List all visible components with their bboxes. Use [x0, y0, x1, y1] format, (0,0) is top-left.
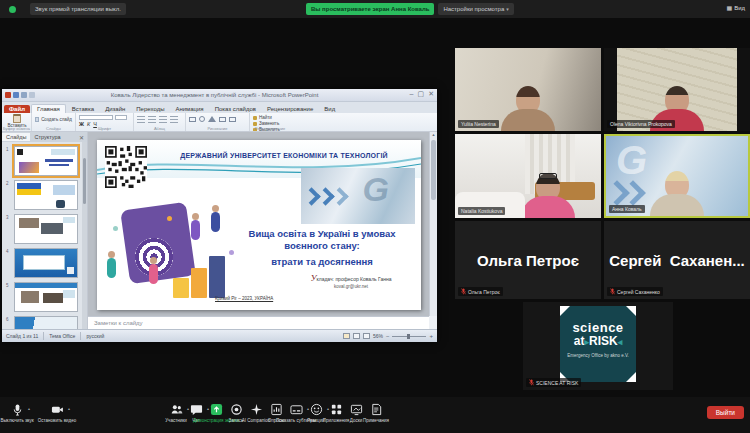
ppt-status-bar: Слайд 1 из 11 Тема Office русский 56% − …: [2, 329, 437, 342]
logo-line1: science: [560, 321, 636, 334]
participant-video-tile[interactable]: Natalia Kostiukova: [455, 134, 601, 218]
reactions-button[interactable]: ▴ Реакции: [307, 403, 325, 429]
science-at-risk-tile[interactable]: science at▸RISK◂ Emergency Office by akn…: [523, 302, 673, 390]
participant-name-label: Сергей Саханенко: [617, 289, 660, 295]
ribbon-group-clipboard: Вставить Буфер обмена: [2, 113, 32, 131]
share-screen-button[interactable]: Демонстрация экрана: [207, 403, 225, 429]
participant-video-tile[interactable]: Yuliia Nesterina: [455, 48, 601, 131]
slide-thumbnail-row: 6: [14, 316, 81, 329]
slide-thumbnail-2: [14, 180, 78, 210]
pillarboxed-video: [617, 48, 737, 131]
zoom-top-bar: Звук прямой трансляции выкл. Вы просматр…: [0, 0, 750, 18]
slide-number: 2: [6, 181, 9, 186]
triangle-shape-icon: [208, 116, 216, 122]
group-label: Редактирование: [250, 126, 290, 131]
chevron-up-icon[interactable]: ▴: [68, 406, 70, 411]
whiteboards-button[interactable]: Доски: [347, 403, 365, 429]
group-label: Рисование: [186, 126, 249, 131]
title-line: Вища освіта в Україні в умовах: [225, 228, 419, 240]
tab-home: Главная: [31, 104, 66, 113]
microphone-icon: [11, 403, 24, 416]
rectangle-shape-icon: [189, 117, 196, 122]
notes-label: Примечания: [363, 418, 389, 423]
polls-button[interactable]: Опросы: [267, 403, 285, 429]
camera-icon: [51, 403, 64, 416]
shared-screen-powerpoint-window: Коваль Лідерство та менеджмент в публічн…: [2, 89, 437, 342]
participant-display-name: Сергей Саханен...: [609, 252, 745, 269]
slide-thumbnail-row: 3: [14, 214, 81, 244]
slide-number: 6: [6, 317, 9, 322]
muted-mic-icon: [461, 288, 466, 295]
ppt-ribbon-tabs: Файл Главная Вставка Дизайн Переходы Ани…: [2, 102, 437, 113]
active-speaker-video-tile[interactable]: G Анна Коваль: [604, 134, 750, 218]
ppt-slides-panel: Слайды Структура ✕ 1 2 3 4 5 6: [2, 132, 88, 329]
record-button[interactable]: Запись: [227, 403, 245, 429]
slide-thumbnail-row: 4: [14, 248, 81, 278]
chevron-up-icon[interactable]: ▴: [28, 406, 30, 411]
slide-number: 5: [6, 283, 9, 288]
zoom-in-icon: +: [429, 333, 433, 339]
apps-button[interactable]: Приложения: [327, 403, 345, 429]
participant-display-name: Ольга Петроє: [477, 252, 579, 269]
stop-video-label: Остановить видео: [38, 418, 76, 423]
participant-name-tile[interactable]: Сергей Саханен... Сергей Саханенко: [604, 221, 750, 299]
chat-icon: [190, 403, 203, 416]
participant-silhouette: [518, 160, 578, 218]
captions-button[interactable]: ▴ Показать субтитры: [287, 403, 305, 429]
slide-thumbnail-6: [14, 316, 78, 329]
sorter-view-icon: [353, 333, 360, 339]
slide-scrollbar: ▲: [429, 132, 437, 316]
record-icon: [230, 403, 243, 416]
participants-button[interactable]: ▴ Участники: [167, 403, 185, 429]
normal-view-icon: [343, 333, 350, 339]
notes-pane: Заметки к слайду: [88, 316, 429, 329]
align-right-icon: [159, 116, 167, 123]
tab-transitions: Переходы: [131, 105, 169, 113]
stream-audio-status: Звук прямой трансляции выкл.: [30, 3, 126, 15]
tab-insert: Вставка: [67, 105, 99, 113]
stop-video-button[interactable]: ▴ Остановить видео: [48, 403, 66, 429]
chat-button[interactable]: ▴ Чат: [187, 403, 205, 429]
participants-icon: [170, 403, 183, 416]
panel-tab-outline: Структура: [30, 133, 64, 141]
current-slide: ДЕРЖАВНИЙ УНІВЕРСИТЕТ ЕКОНОМІКИ ТА ТЕХНО…: [97, 140, 421, 310]
participant-video-tile[interactable]: Olena Viktorivna Prokopova: [604, 48, 750, 131]
whiteboards-label: Доски: [350, 418, 362, 423]
slide-author-block: Укладач: професор Коваль Ганна koval.gr@…: [285, 273, 417, 289]
tab-design: Дизайн: [100, 105, 130, 113]
window-controls: –▢✕: [410, 90, 434, 98]
participant-name-label: Natalia Kostiukova: [458, 207, 505, 215]
zoom-meeting-window: Звук прямой трансляции выкл. Вы просматр…: [0, 0, 750, 433]
group-label: Абзац: [134, 126, 185, 131]
slide-thumbnail-row: 2: [14, 180, 81, 210]
mute-label: Выключить звук: [0, 418, 33, 423]
view-button[interactable]: ▦Вид: [726, 4, 745, 11]
participant-name-tile[interactable]: Ольга Петроє Ольга Петроє: [455, 221, 601, 299]
participant-name-label: Анна Коваль: [609, 205, 645, 213]
ribbon-group-drawing: Рисование: [186, 113, 250, 131]
slide-illustration: [103, 196, 243, 304]
shape-fill-icon: [219, 117, 226, 122]
smiley-icon: [310, 403, 323, 416]
new-slide-button: Создать слайд: [35, 117, 72, 122]
participant-name-label: SCIENCE AT RISK: [536, 380, 578, 386]
chevron-decoration: [330, 187, 348, 205]
panel-scrollbar: [82, 142, 87, 329]
leave-meeting-button[interactable]: Выйти: [707, 406, 744, 419]
participant-silhouette: [498, 86, 558, 131]
close-icon: ✕: [428, 90, 434, 98]
group-label: Слайды: [32, 126, 75, 131]
find-label: Найти: [259, 115, 272, 120]
author-email: koval.gr@ukr.net: [285, 284, 417, 289]
virtual-background-letter: G: [616, 138, 647, 183]
mute-button[interactable]: ▴ Выключить звук: [8, 403, 26, 429]
title-line: втрати та досягнення: [225, 256, 419, 268]
ai-companion-button[interactable]: AI Companion: [247, 403, 265, 429]
tab-view: Вид: [319, 105, 340, 113]
notes-icon: [370, 403, 383, 416]
view-options-button[interactable]: Настройки просмотра▾: [438, 3, 513, 15]
panel-tab-slides: Слайды: [2, 133, 30, 141]
notes-button[interactable]: Примечания: [367, 403, 385, 429]
author-label: Укладач:: [310, 276, 334, 282]
tab-animations: Анимация: [170, 105, 208, 113]
